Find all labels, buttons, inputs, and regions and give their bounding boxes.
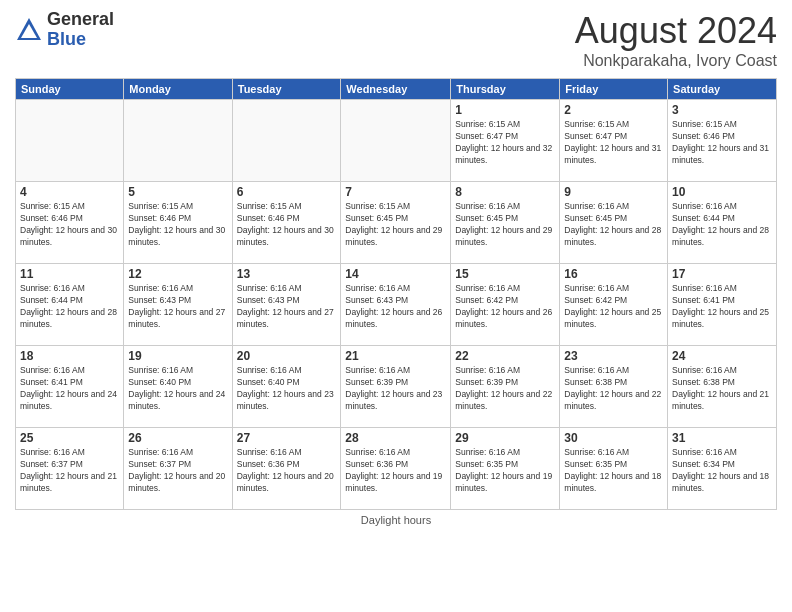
- day-info: Sunrise: 6:16 AMSunset: 6:44 PMDaylight:…: [672, 201, 772, 249]
- day-info: Sunrise: 6:16 AMSunset: 6:35 PMDaylight:…: [564, 447, 663, 495]
- title-area: August 2024 Nonkparakaha, Ivory Coast: [575, 10, 777, 70]
- day-number: 20: [237, 349, 337, 363]
- day-header-saturday: Saturday: [668, 79, 777, 100]
- logo: General Blue: [15, 10, 114, 50]
- calendar-cell: 28Sunrise: 6:16 AMSunset: 6:36 PMDayligh…: [341, 428, 451, 510]
- page: General Blue August 2024 Nonkparakaha, I…: [0, 0, 792, 612]
- day-info: Sunrise: 6:16 AMSunset: 6:40 PMDaylight:…: [237, 365, 337, 413]
- calendar-cell: 18Sunrise: 6:16 AMSunset: 6:41 PMDayligh…: [16, 346, 124, 428]
- day-number: 26: [128, 431, 227, 445]
- day-header-monday: Monday: [124, 79, 232, 100]
- day-number: 3: [672, 103, 772, 117]
- calendar-cell: 6Sunrise: 6:15 AMSunset: 6:46 PMDaylight…: [232, 182, 341, 264]
- day-number: 13: [237, 267, 337, 281]
- calendar-cell: [124, 100, 232, 182]
- day-number: 27: [237, 431, 337, 445]
- calendar-cell: 5Sunrise: 6:15 AMSunset: 6:46 PMDaylight…: [124, 182, 232, 264]
- calendar-cell: 21Sunrise: 6:16 AMSunset: 6:39 PMDayligh…: [341, 346, 451, 428]
- day-info: Sunrise: 6:15 AMSunset: 6:46 PMDaylight:…: [672, 119, 772, 167]
- day-number: 28: [345, 431, 446, 445]
- calendar-cell: 27Sunrise: 6:16 AMSunset: 6:36 PMDayligh…: [232, 428, 341, 510]
- day-number: 10: [672, 185, 772, 199]
- day-info: Sunrise: 6:16 AMSunset: 6:37 PMDaylight:…: [20, 447, 119, 495]
- day-number: 15: [455, 267, 555, 281]
- day-number: 7: [345, 185, 446, 199]
- day-info: Sunrise: 6:15 AMSunset: 6:46 PMDaylight:…: [237, 201, 337, 249]
- day-number: 17: [672, 267, 772, 281]
- logo-blue: Blue: [47, 30, 114, 50]
- calendar-cell: 23Sunrise: 6:16 AMSunset: 6:38 PMDayligh…: [560, 346, 668, 428]
- calendar-cell: 30Sunrise: 6:16 AMSunset: 6:35 PMDayligh…: [560, 428, 668, 510]
- day-info: Sunrise: 6:15 AMSunset: 6:46 PMDaylight:…: [128, 201, 227, 249]
- calendar-cell: 17Sunrise: 6:16 AMSunset: 6:41 PMDayligh…: [668, 264, 777, 346]
- calendar-week-row: 11Sunrise: 6:16 AMSunset: 6:44 PMDayligh…: [16, 264, 777, 346]
- calendar-cell: 24Sunrise: 6:16 AMSunset: 6:38 PMDayligh…: [668, 346, 777, 428]
- day-info: Sunrise: 6:16 AMSunset: 6:42 PMDaylight:…: [564, 283, 663, 331]
- day-info: Sunrise: 6:16 AMSunset: 6:43 PMDaylight:…: [345, 283, 446, 331]
- day-header-wednesday: Wednesday: [341, 79, 451, 100]
- day-number: 29: [455, 431, 555, 445]
- day-number: 1: [455, 103, 555, 117]
- logo-icon: [15, 16, 43, 44]
- day-info: Sunrise: 6:16 AMSunset: 6:39 PMDaylight:…: [455, 365, 555, 413]
- calendar-cell: [232, 100, 341, 182]
- day-number: 22: [455, 349, 555, 363]
- calendar-cell: 20Sunrise: 6:16 AMSunset: 6:40 PMDayligh…: [232, 346, 341, 428]
- calendar-cell: 3Sunrise: 6:15 AMSunset: 6:46 PMDaylight…: [668, 100, 777, 182]
- day-info: Sunrise: 6:16 AMSunset: 6:43 PMDaylight:…: [128, 283, 227, 331]
- day-info: Sunrise: 6:16 AMSunset: 6:44 PMDaylight:…: [20, 283, 119, 331]
- calendar-table: SundayMondayTuesdayWednesdayThursdayFrid…: [15, 78, 777, 510]
- day-header-tuesday: Tuesday: [232, 79, 341, 100]
- calendar-cell: 31Sunrise: 6:16 AMSunset: 6:34 PMDayligh…: [668, 428, 777, 510]
- day-number: 11: [20, 267, 119, 281]
- day-info: Sunrise: 6:16 AMSunset: 6:40 PMDaylight:…: [128, 365, 227, 413]
- day-info: Sunrise: 6:16 AMSunset: 6:42 PMDaylight:…: [455, 283, 555, 331]
- calendar-cell: 16Sunrise: 6:16 AMSunset: 6:42 PMDayligh…: [560, 264, 668, 346]
- calendar-week-row: 4Sunrise: 6:15 AMSunset: 6:46 PMDaylight…: [16, 182, 777, 264]
- day-number: 30: [564, 431, 663, 445]
- day-info: Sunrise: 6:16 AMSunset: 6:39 PMDaylight:…: [345, 365, 446, 413]
- calendar-cell: 8Sunrise: 6:16 AMSunset: 6:45 PMDaylight…: [451, 182, 560, 264]
- day-info: Sunrise: 6:15 AMSunset: 6:45 PMDaylight:…: [345, 201, 446, 249]
- day-number: 6: [237, 185, 337, 199]
- day-number: 25: [20, 431, 119, 445]
- day-number: 21: [345, 349, 446, 363]
- day-number: 12: [128, 267, 227, 281]
- day-info: Sunrise: 6:16 AMSunset: 6:37 PMDaylight:…: [128, 447, 227, 495]
- calendar-cell: 15Sunrise: 6:16 AMSunset: 6:42 PMDayligh…: [451, 264, 560, 346]
- day-number: 24: [672, 349, 772, 363]
- day-number: 19: [128, 349, 227, 363]
- day-info: Sunrise: 6:16 AMSunset: 6:34 PMDaylight:…: [672, 447, 772, 495]
- calendar-cell: 14Sunrise: 6:16 AMSunset: 6:43 PMDayligh…: [341, 264, 451, 346]
- logo-general: General: [47, 10, 114, 30]
- calendar-header-row: SundayMondayTuesdayWednesdayThursdayFrid…: [16, 79, 777, 100]
- calendar-cell: [341, 100, 451, 182]
- calendar-cell: 12Sunrise: 6:16 AMSunset: 6:43 PMDayligh…: [124, 264, 232, 346]
- header: General Blue August 2024 Nonkparakaha, I…: [15, 10, 777, 70]
- day-header-friday: Friday: [560, 79, 668, 100]
- day-info: Sunrise: 6:16 AMSunset: 6:45 PMDaylight:…: [455, 201, 555, 249]
- day-info: Sunrise: 6:16 AMSunset: 6:41 PMDaylight:…: [672, 283, 772, 331]
- day-info: Sunrise: 6:16 AMSunset: 6:36 PMDaylight:…: [237, 447, 337, 495]
- day-number: 14: [345, 267, 446, 281]
- day-number: 9: [564, 185, 663, 199]
- calendar-week-row: 1Sunrise: 6:15 AMSunset: 6:47 PMDaylight…: [16, 100, 777, 182]
- day-number: 5: [128, 185, 227, 199]
- month-year: August 2024: [575, 10, 777, 52]
- day-info: Sunrise: 6:16 AMSunset: 6:38 PMDaylight:…: [672, 365, 772, 413]
- calendar-week-row: 25Sunrise: 6:16 AMSunset: 6:37 PMDayligh…: [16, 428, 777, 510]
- day-number: 16: [564, 267, 663, 281]
- logo-text: General Blue: [47, 10, 114, 50]
- calendar-cell: 19Sunrise: 6:16 AMSunset: 6:40 PMDayligh…: [124, 346, 232, 428]
- calendar-cell: 25Sunrise: 6:16 AMSunset: 6:37 PMDayligh…: [16, 428, 124, 510]
- calendar-cell: 22Sunrise: 6:16 AMSunset: 6:39 PMDayligh…: [451, 346, 560, 428]
- calendar-cell: 7Sunrise: 6:15 AMSunset: 6:45 PMDaylight…: [341, 182, 451, 264]
- day-info: Sunrise: 6:15 AMSunset: 6:47 PMDaylight:…: [564, 119, 663, 167]
- day-info: Sunrise: 6:16 AMSunset: 6:38 PMDaylight:…: [564, 365, 663, 413]
- calendar-cell: 4Sunrise: 6:15 AMSunset: 6:46 PMDaylight…: [16, 182, 124, 264]
- day-number: 23: [564, 349, 663, 363]
- location: Nonkparakaha, Ivory Coast: [575, 52, 777, 70]
- day-info: Sunrise: 6:15 AMSunset: 6:46 PMDaylight:…: [20, 201, 119, 249]
- day-header-thursday: Thursday: [451, 79, 560, 100]
- calendar-cell: 11Sunrise: 6:16 AMSunset: 6:44 PMDayligh…: [16, 264, 124, 346]
